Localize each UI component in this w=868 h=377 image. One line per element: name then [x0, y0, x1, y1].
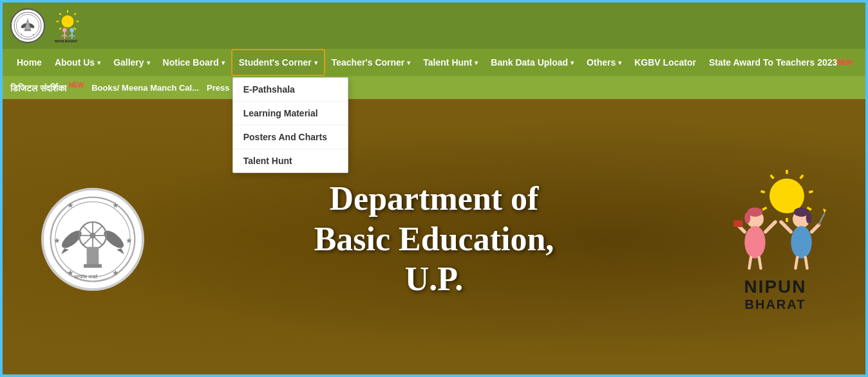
header: ✦ ✦ [3, 3, 865, 49]
up-seal-logo: ✦ ✦ [10, 8, 45, 43]
svg-point-16 [62, 28, 67, 32]
svg-text:★: ★ [67, 201, 74, 209]
svg-rect-44 [84, 264, 102, 268]
secondary-nav: डिजिटल संदर्शिका NEW Books/ Meena Manch … [3, 76, 865, 99]
svg-point-58 [744, 226, 765, 258]
nav-others[interactable]: Others ▾ [580, 49, 628, 76]
hero-right-nipun: NIPUN BHARAT [711, 167, 840, 312]
nipun-bharat-header-logo: NIPUN BHARAT [50, 8, 85, 43]
svg-text:★: ★ [112, 268, 119, 277]
nipun-sub-text: BHARAT [745, 297, 806, 312]
nav-talent-hunt[interactable]: Talent Hunt ▾ [417, 49, 484, 76]
sec-nav-books-meena[interactable]: Books/ Meena Manch Cal... [91, 83, 199, 93]
hero-title-line3: U.P. [405, 261, 464, 297]
nav-bank-data-upload[interactable]: Bank Data Upload ▾ [484, 49, 580, 76]
svg-line-69 [812, 225, 819, 232]
svg-text:★: ★ [67, 268, 74, 277]
svg-line-70 [796, 257, 798, 268]
svg-text:★: ★ [126, 236, 133, 244]
svg-line-15 [59, 28, 61, 30]
svg-rect-43 [87, 247, 99, 266]
navbar: Home About Us ▾ Gallery ▾ Notice Board ▾… [3, 49, 865, 76]
nav-kgbv-locator[interactable]: KGBV Locator [628, 49, 703, 76]
svg-point-67 [791, 226, 811, 258]
svg-rect-63 [733, 220, 742, 227]
svg-line-62 [759, 257, 761, 268]
svg-line-12 [74, 28, 76, 30]
hero-left-emblem: ★ ★ ★ ★ ★ ★ [41, 188, 144, 291]
up-state-emblem: ★ ★ ★ ★ ★ ★ [41, 188, 144, 291]
hero-section: ★ ★ ★ ★ ★ ★ [3, 99, 865, 377]
svg-point-57 [744, 212, 750, 224]
svg-line-61 [750, 257, 751, 268]
hero-title-line1: Department of [330, 180, 539, 217]
students-corner-label: Student's Corner [239, 57, 312, 68]
nav-gallery[interactable]: Gallery ▾ [107, 49, 156, 76]
svg-point-20 [70, 28, 74, 32]
svg-line-48 [800, 175, 804, 178]
svg-point-8 [62, 15, 74, 28]
svg-text:NIPUN BHARAT: NIPUN BHARAT [55, 40, 78, 43]
nav-students-corner[interactable]: Student's Corner ▾ E-Pathshala Learning … [231, 49, 325, 76]
students-corner-dropdown: E-Pathshala Learning Material Posters An… [232, 77, 348, 173]
hero-title-line2: Basic Education, [314, 221, 554, 257]
svg-line-71 [806, 257, 807, 268]
nav-teachers-corner[interactable]: Teacher's Corner ▾ [325, 49, 417, 76]
nav-home[interactable]: Home [10, 49, 48, 76]
dropdown-item-posters-charts[interactable]: Posters And Charts [233, 125, 348, 149]
nav-items: Home About Us ▾ Gallery ▾ Notice Board ▾… [10, 49, 859, 76]
svg-line-13 [59, 13, 61, 15]
svg-line-68 [781, 222, 791, 232]
svg-line-53 [762, 208, 766, 210]
hero-content: Department of Basic Education, U.P. [314, 179, 554, 299]
svg-text:★: ★ [53, 236, 61, 244]
logo-area: ✦ ✦ [10, 8, 85, 43]
nipun-illustration [711, 167, 840, 277]
svg-line-10 [74, 13, 76, 15]
svg-line-49 [809, 191, 813, 192]
svg-line-52 [761, 191, 765, 192]
svg-line-72 [819, 214, 825, 225]
nav-about-us[interactable]: About Us ▾ [48, 49, 107, 76]
svg-line-60 [766, 222, 775, 232]
svg-text:★: ★ [112, 201, 119, 209]
sec-nav-digital-sandarshika[interactable]: डिजिटल संदर्शिका NEW [10, 82, 84, 94]
hero-title: Department of Basic Education, U.P. [314, 179, 554, 299]
nav-notice-board[interactable]: Notice Board ▾ [156, 49, 231, 76]
students-corner-arrow: ▾ [314, 59, 317, 66]
svg-line-51 [771, 175, 774, 178]
svg-text:सत्यमेव जयते: सत्यमेव जयते [73, 273, 98, 280]
dropdown-item-learning-material[interactable]: Learning Material [233, 102, 348, 125]
nav-state-award[interactable]: State Award To Teachers 2023 NEW [703, 49, 859, 76]
svg-point-66 [806, 212, 812, 224]
dropdown-item-talent-hunt[interactable]: Talent Hunt [233, 149, 348, 172]
svg-line-50 [807, 208, 811, 210]
dropdown-item-epathshala[interactable]: E-Pathshala [233, 78, 348, 102]
svg-marker-73 [823, 208, 826, 213]
